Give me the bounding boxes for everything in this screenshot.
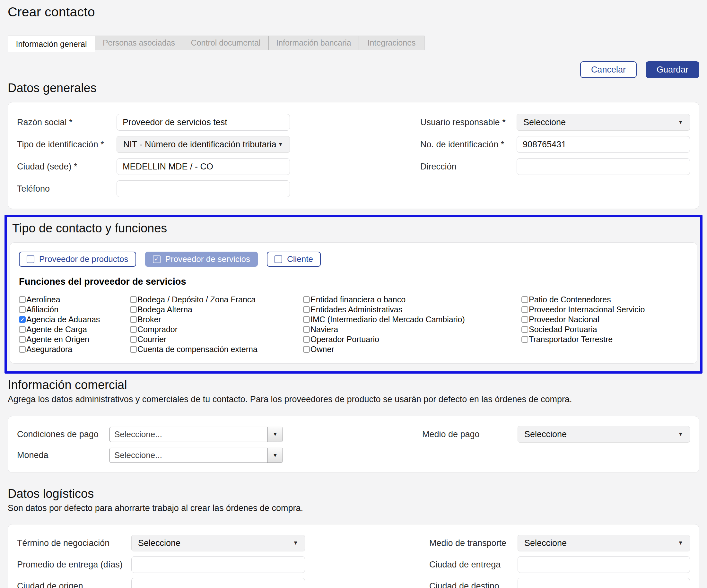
tipo-identificacion-select[interactable]: NIT - Número de identificación tributari… (116, 136, 290, 153)
moneda-value: Seleccione... (110, 448, 167, 462)
function-checkbox-owner[interactable]: ✓Owner (303, 344, 521, 354)
contact-type-card: ✓ Proveedor de productos ✓ Proveedor de … (10, 242, 697, 364)
dropdown-arrow-icon: ▼ (278, 141, 283, 148)
direccion-label: Dirección (420, 162, 516, 172)
function-checkbox-agencia-de-aduanas[interactable]: ✓Agencia de Aduanas (19, 315, 130, 324)
contact-type-chips: ✓ Proveedor de productos ✓ Proveedor de … (19, 252, 688, 267)
chip-proveedor-de-productos[interactable]: ✓ Proveedor de productos (19, 252, 136, 267)
checkbox-checked-icon: ✓ (153, 255, 161, 263)
tab-informacion-bancaria[interactable]: Información bancaria (268, 36, 359, 50)
function-checkbox-aerolinea[interactable]: ✓Aerolinea (19, 295, 130, 305)
telefono-label: Teléfono (17, 184, 116, 194)
telefono-input[interactable] (116, 180, 290, 197)
tab-integraciones[interactable]: Integraciones (359, 36, 425, 50)
checkbox-icon: ✓ (130, 316, 137, 323)
chip-proveedor-de-servicios[interactable]: ✓ Proveedor de servicios (145, 252, 258, 267)
medio-pago-value: Seleccione (524, 429, 567, 439)
function-checkbox-afiliacion[interactable]: ✓Afiliación (19, 305, 130, 315)
medio-pago-label: Medio de pago (422, 429, 517, 439)
checkbox-icon: ✓ (303, 316, 310, 323)
direccion-input[interactable] (516, 158, 690, 175)
usuario-responsable-select[interactable]: Seleccione ▼ (516, 114, 690, 131)
checkbox-icon: ✓ (303, 326, 310, 333)
termino-negociacion-select[interactable]: Seleccione ▼ (131, 535, 305, 551)
checkbox-icon: ✓ (19, 296, 26, 303)
checkbox-icon: ✓ (303, 346, 310, 353)
ciudad-origen-input[interactable] (131, 578, 305, 588)
checkbox-icon: ✓ (521, 326, 528, 333)
commercial-section-subtitle: Agrega los datos administrativos y comer… (8, 394, 699, 405)
medio-pago-select[interactable]: Seleccione ▼ (517, 426, 690, 443)
checkbox-icon: ✓ (130, 326, 137, 333)
ciudad-sede-label: Ciudad (sede) * (17, 162, 116, 172)
function-checkbox-sociedad-portuaria[interactable]: ✓Sociedad Portuaria (521, 324, 688, 335)
function-checkbox-imc[interactable]: ✓IMC (Intermediario del Mercado Cambiari… (303, 315, 521, 324)
function-checkbox-patio-de-contenedores[interactable]: ✓Patio de Contenedores (521, 295, 688, 305)
ciudad-sede-input[interactable] (116, 158, 290, 175)
checkbox-checked-icon: ✓ (19, 316, 26, 323)
commercial-section-heading: Información comercial (8, 378, 699, 392)
functions-column-3: ✓Entidad financiera o banco ✓Entidades A… (303, 295, 521, 354)
tab-personas-asociadas[interactable]: Personas asociadas (95, 36, 183, 50)
function-checkbox-proveedor-internacional-servicio[interactable]: ✓Proveedor Internacional Servicio (521, 305, 688, 315)
checkbox-icon: ✓ (130, 296, 137, 303)
no-identificacion-input[interactable] (516, 136, 690, 153)
logistics-card: Término de negociación Seleccione ▼ Medi… (8, 524, 699, 588)
function-checkbox-proveedor-nacional[interactable]: ✓Proveedor Nacional (521, 315, 688, 324)
checkbox-icon: ✓ (130, 306, 137, 313)
condiciones-pago-label: Condiciones de pago (17, 429, 109, 439)
chip-cliente[interactable]: ✓ Cliente (267, 252, 321, 267)
functions-column-1: ✓Aerolinea ✓Afiliación ✓Agencia de Aduan… (19, 295, 130, 354)
form-actions: Cancelar Guardar (8, 61, 699, 78)
dropdown-arrow-icon[interactable]: ▼ (267, 448, 282, 462)
cancel-button[interactable]: Cancelar (580, 61, 637, 78)
page-title: Crear contacto (8, 4, 699, 20)
dropdown-arrow-icon: ▼ (678, 431, 683, 438)
checkbox-icon: ✓ (19, 306, 26, 313)
save-button[interactable]: Guardar (646, 61, 699, 78)
promedio-entrega-label: Promedio de entrega (días) (17, 560, 131, 570)
promedio-entrega-input[interactable] (131, 556, 305, 573)
ciudad-entrega-input[interactable] (517, 556, 690, 573)
chip-label: Proveedor de productos (39, 254, 128, 264)
general-section-heading: Datos generales (8, 81, 699, 95)
no-identificacion-label: No. de identificación * (420, 140, 516, 149)
moneda-label: Moneda (17, 450, 109, 460)
contact-type-highlighted-section: Tipo de contacto y funciones ✓ Proveedor… (4, 215, 703, 374)
function-checkbox-bodega-deposito-zona-franca[interactable]: ✓Bodega / Depósito / Zona Franca (130, 295, 303, 305)
usuario-responsable-value: Seleccione (523, 117, 566, 128)
functions-grid: ✓Aerolinea ✓Afiliación ✓Agencia de Aduan… (19, 295, 688, 354)
moneda-select[interactable]: Seleccione... ▼ (109, 448, 283, 463)
function-checkbox-naviera[interactable]: ✓Naviera (303, 324, 521, 335)
checkbox-icon: ✓ (303, 306, 310, 313)
tipo-identificacion-label: Tipo de identificación * (17, 140, 116, 149)
tab-informacion-general[interactable]: Información general (8, 36, 95, 52)
medio-transporte-select[interactable]: Seleccione ▼ (517, 535, 690, 551)
function-checkbox-broker[interactable]: ✓Broker (130, 315, 303, 324)
termino-negociacion-value: Seleccione (138, 538, 180, 548)
ciudad-entrega-label: Ciudad de entrega (429, 560, 517, 570)
function-checkbox-entidad-financiera-o-banco[interactable]: ✓Entidad financiera o banco (303, 295, 521, 305)
function-checkbox-bodega-alterna[interactable]: ✓Bodega Alterna (130, 305, 303, 315)
function-checkbox-operador-portuario[interactable]: ✓Operador Portuario (303, 335, 521, 344)
tab-control-documental[interactable]: Control documental (183, 36, 269, 50)
create-contact-page: Crear contacto Información general Perso… (0, 0, 707, 588)
ciudad-destino-input[interactable] (517, 578, 690, 588)
function-checkbox-transportador-terrestre[interactable]: ✓Transportador Terrestre (521, 335, 688, 344)
function-checkbox-comprador[interactable]: ✓Comprador (130, 324, 303, 335)
razon-social-input[interactable] (116, 114, 290, 131)
chip-label: Cliente (287, 254, 313, 264)
general-card: Razón social * Usuario responsable * Sel… (8, 102, 699, 209)
function-checkbox-entidades-administrativas[interactable]: ✓Entidades Administrativas (303, 305, 521, 315)
dropdown-arrow-icon[interactable]: ▼ (267, 427, 282, 442)
checkbox-icon: ✓ (303, 296, 310, 303)
tipo-identificacion-value: NIT - Número de identificación tributari… (123, 140, 276, 149)
function-checkbox-courrier[interactable]: ✓Courrier (130, 335, 303, 344)
checkbox-icon: ✓ (19, 336, 26, 343)
function-checkbox-aseguradora[interactable]: ✓Aseguradora (19, 344, 130, 354)
function-checkbox-cuenta-de-compensacion-externa[interactable]: ✓Cuenta de compensación externa (130, 344, 303, 354)
condiciones-pago-select[interactable]: Seleccione... ▼ (109, 427, 283, 442)
dropdown-arrow-icon: ▼ (678, 119, 683, 126)
function-checkbox-agente-de-carga[interactable]: ✓Agente de Carga (19, 324, 130, 335)
function-checkbox-agente-en-origen[interactable]: ✓Agente en Origen (19, 335, 130, 344)
